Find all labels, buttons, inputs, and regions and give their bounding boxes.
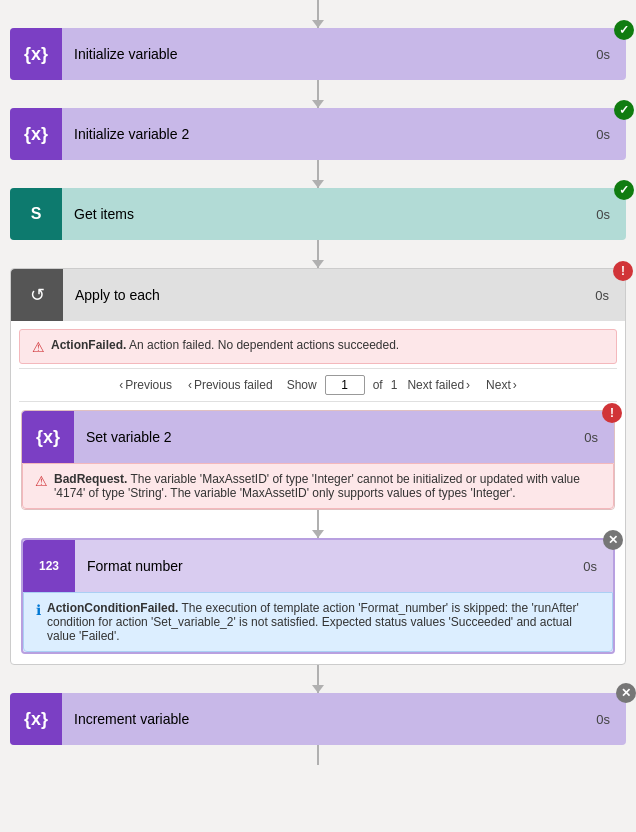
step-card-init-var-1[interactable]: {x} Initialize variable 0s ✓ xyxy=(10,28,626,80)
format-number-card: ✕ 123 Format number 0s ℹ ActionCondition… xyxy=(21,538,615,654)
step-title-init-var-1: Initialize variable xyxy=(62,46,596,62)
previous-failed-button[interactable]: ‹ Previous failed xyxy=(182,376,279,394)
var-icon: {x} xyxy=(24,44,48,65)
connector-3 xyxy=(317,240,319,268)
loop-icon: ↺ xyxy=(30,284,45,306)
format-number-info-banner: ℹ ActionConditionFailed. The execution o… xyxy=(23,592,613,652)
step-icon-init-var-2: {x} xyxy=(10,108,62,160)
step-init-var-1: {x} Initialize variable 0s ✓ xyxy=(10,28,626,80)
set-var-header[interactable]: {x} Set variable 2 0s xyxy=(22,411,614,463)
status-badge-error-apply: ! xyxy=(613,261,633,281)
set-var-icon: {x} xyxy=(22,411,74,463)
previous-button[interactable]: ‹ Previous xyxy=(113,376,178,394)
next-button[interactable]: Next › xyxy=(480,376,523,394)
cancel-badge-format: ✕ xyxy=(603,530,623,550)
step-title-get-items: Get items xyxy=(62,206,596,222)
action-failed-desc: An action failed. No dependent actions s… xyxy=(126,338,399,352)
of-label: of xyxy=(373,378,383,392)
next-label: Next xyxy=(486,378,511,392)
status-badge-error-set-var: ! xyxy=(602,403,622,423)
step-header-get-items: S Get items 0s xyxy=(10,188,626,240)
set-var-error-text: BadRequest. The variable 'MaxAssetID' of… xyxy=(54,472,601,500)
step-title-format-number: Format number xyxy=(75,558,583,574)
chevron-right-next-fail-icon: › xyxy=(466,378,470,392)
step-card-init-var-2[interactable]: {x} Initialize variable 2 0s ✓ xyxy=(10,108,626,160)
connector-bottom xyxy=(317,745,319,765)
step-duration-apply: 0s xyxy=(595,288,613,303)
increment-var-icon: {x} xyxy=(24,709,48,730)
format-number-header[interactable]: 123 Format number 0s xyxy=(23,540,613,592)
previous-failed-label: Previous failed xyxy=(194,378,273,392)
format-number-icon: 123 xyxy=(23,540,75,592)
action-failed-text: ActionFailed. An action failed. No depen… xyxy=(51,338,399,352)
chevron-right-next-icon: › xyxy=(513,378,517,392)
status-badge-success-2: ✓ xyxy=(614,100,634,120)
cancel-badge-increment: ✕ xyxy=(616,683,636,703)
step-icon-apply: ↺ xyxy=(11,269,63,321)
step-header-init-var-1: {x} Initialize variable 0s xyxy=(10,28,626,80)
step-duration-increment: 0s xyxy=(596,712,614,727)
step-init-var-2: {x} Initialize variable 2 0s ✓ xyxy=(10,108,626,160)
next-failed-label: Next failed xyxy=(407,378,464,392)
step-card-get-items[interactable]: S Get items 0s ✓ xyxy=(10,188,626,240)
connector-top xyxy=(317,0,319,28)
warning-icon-apply: ⚠ xyxy=(32,339,45,355)
set-var-error-banner: ⚠ BadRequest. The variable 'MaxAssetID' … xyxy=(22,463,614,509)
step-get-items: S Get items 0s ✓ xyxy=(10,188,626,240)
step-duration-get-items: 0s xyxy=(596,207,614,222)
step-set-var-2: ! {x} Set variable 2 0s ⚠ xyxy=(21,410,615,510)
set-var-var-icon: {x} xyxy=(36,427,60,448)
step-title-apply: Apply to each xyxy=(63,287,595,303)
step-icon-increment: {x} xyxy=(10,693,62,745)
show-label: Show xyxy=(287,378,317,392)
step-title-init-var-2: Initialize variable 2 xyxy=(62,126,596,142)
next-failed-button[interactable]: Next failed › xyxy=(401,376,476,394)
sharepoint-icon: S xyxy=(31,205,42,223)
step-icon-get-items: S xyxy=(10,188,62,240)
step-header-init-var-2: {x} Initialize variable 2 0s xyxy=(10,108,626,160)
step-header-increment: {x} Increment variable 0s xyxy=(10,693,626,745)
step-title-set-var-2: Set variable 2 xyxy=(74,429,584,445)
step-format-number: ✕ 123 Format number 0s ℹ ActionCondition… xyxy=(21,538,615,654)
info-icon-format: ℹ xyxy=(36,602,41,618)
total-pages: 1 xyxy=(391,378,398,392)
action-failed-banner: ⚠ ActionFailed. An action failed. No dep… xyxy=(19,329,617,364)
action-condition-bold: ActionConditionFailed. xyxy=(47,601,178,615)
apply-inner-content: ! {x} Set variable 2 0s ⚠ xyxy=(11,410,625,664)
page-input[interactable] xyxy=(325,375,365,395)
status-badge-success-3: ✓ xyxy=(614,180,634,200)
step-duration-set-var-2: 0s xyxy=(584,430,602,445)
apply-each-header[interactable]: ↺ Apply to each 0s xyxy=(11,269,625,321)
var-icon-2: {x} xyxy=(24,124,48,145)
step-apply-each: ! ↺ Apply to each 0s ⚠ ActionFailed. An … xyxy=(10,268,626,665)
chevron-left-prev-icon: ‹ xyxy=(119,378,123,392)
pagination-bar: ‹ Previous ‹ Previous failed Show of 1 N… xyxy=(19,368,617,402)
bad-request-bold: BadRequest. xyxy=(54,472,127,486)
connector-inner xyxy=(317,510,319,538)
number-icon: 123 xyxy=(39,559,59,573)
flow-container: {x} Initialize variable 0s ✓ {x} Initial… xyxy=(0,0,636,785)
set-var-2-card: ! {x} Set variable 2 0s ⚠ xyxy=(21,410,615,510)
step-increment-var: ✕ {x} Increment variable 0s xyxy=(10,693,626,745)
status-badge-success-1: ✓ xyxy=(614,20,634,40)
warning-icon-set-var: ⚠ xyxy=(35,473,48,489)
chevron-left-prev-fail-icon: ‹ xyxy=(188,378,192,392)
connector-1 xyxy=(317,80,319,108)
format-number-info-text: ActionConditionFailed. The execution of … xyxy=(47,601,600,643)
bad-request-desc: The variable 'MaxAssetID' of type 'Integ… xyxy=(54,472,580,500)
connector-4 xyxy=(317,665,319,693)
apply-each-container: ! ↺ Apply to each 0s ⚠ ActionFailed. An … xyxy=(10,268,626,665)
step-card-increment[interactable]: {x} Increment variable 0s xyxy=(10,693,626,745)
step-icon-init-var-1: {x} xyxy=(10,28,62,80)
connector-2 xyxy=(317,160,319,188)
step-title-increment: Increment variable xyxy=(62,711,596,727)
action-failed-bold: ActionFailed. xyxy=(51,338,126,352)
step-duration-init-var-1: 0s xyxy=(596,47,614,62)
step-duration-init-var-2: 0s xyxy=(596,127,614,142)
step-duration-format-number: 0s xyxy=(583,559,601,574)
previous-label: Previous xyxy=(125,378,172,392)
